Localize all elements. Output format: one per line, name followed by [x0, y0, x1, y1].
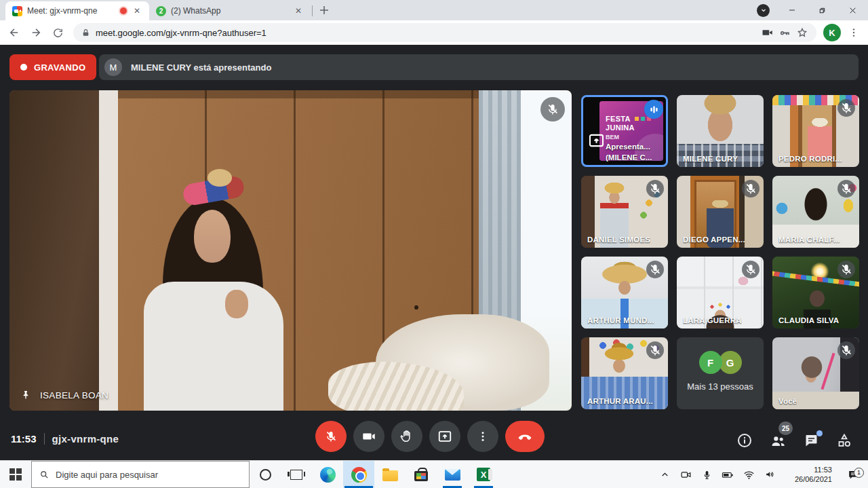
password-key-icon[interactable]: [779, 27, 791, 39]
main-video-tile[interactable]: ISABELA BOAN: [9, 90, 572, 411]
tile-more-people[interactable]: F G Mais 13 pessoas: [677, 337, 764, 409]
restore-button[interactable]: [807, 0, 837, 20]
edge-icon: [320, 467, 336, 483]
tab-recording-indicator-icon: [120, 7, 127, 14]
windows-logo-icon: [9, 468, 22, 481]
hang-up-icon: [517, 428, 533, 445]
tab-meet[interactable]: Meet: gjx-vnrm-qne ✕: [5, 1, 149, 20]
camera-toggle-button[interactable]: [353, 421, 384, 452]
tile-label: ARTHUR MUND...: [587, 316, 654, 324]
mic-toggle-button[interactable]: [315, 421, 347, 452]
taskbar-item-store[interactable]: [406, 461, 437, 488]
screen-share-icon: [589, 134, 604, 150]
tile-label: CLAUDIA SILVA: [778, 316, 839, 324]
taskbar-item-cortana[interactable]: [250, 461, 281, 488]
video-scene: [9, 90, 99, 411]
tile-participant[interactable]: ARTHUR ARAU...: [581, 337, 668, 409]
meet-favicon-icon: [12, 6, 22, 16]
kebab-menu-icon: [848, 27, 859, 38]
mail-icon: [445, 469, 460, 481]
mic-muted-icon: [837, 261, 855, 278]
hang-up-button[interactable]: [505, 421, 545, 452]
meeting-info: 11:53 gjx-vnrm-qne: [11, 433, 119, 445]
tab-close-button[interactable]: ✕: [293, 5, 304, 16]
tile-participant[interactable]: DANIEL SIMOES: [581, 176, 668, 248]
search-icon: [39, 470, 50, 480]
presenting-banner: M MILENE CURY está apresentando: [99, 54, 859, 80]
tab-whatsapp[interactable]: 2 (2) WhatsApp ✕: [149, 1, 311, 20]
browser-menu-button[interactable]: [845, 24, 863, 41]
window-controls: [757, 0, 868, 20]
more-people-label: Mais 13 pessoas: [677, 381, 764, 392]
back-arrow-icon: [8, 26, 20, 39]
camera-permission-icon[interactable]: [762, 26, 774, 39]
activities-icon: [836, 432, 852, 449]
bunting-flags-icon: [635, 117, 639, 121]
video-scene: [225, 290, 248, 318]
meeting-details-button[interactable]: [736, 432, 753, 449]
taskbar-search-input[interactable]: Digite aqui para pesquisar: [31, 461, 250, 488]
tile-participant[interactable]: LARA GUERRA: [677, 257, 764, 329]
action-center-button[interactable]: 1: [841, 468, 865, 481]
tray-expand-button[interactable]: [656, 470, 673, 480]
back-button[interactable]: [5, 24, 23, 41]
bookmark-star-icon[interactable]: [796, 26, 808, 39]
mic-muted-icon: [540, 97, 565, 121]
activities-button[interactable]: [835, 432, 853, 449]
taskbar-item-edge[interactable]: [312, 461, 343, 488]
camera-icon: [361, 429, 376, 444]
present-screen-button[interactable]: [429, 421, 460, 452]
tray-microphone-button[interactable]: [698, 470, 715, 480]
tile-self-view[interactable]: Você: [772, 337, 859, 409]
tile-participant[interactable]: CLAUDIA SILVA: [772, 257, 859, 329]
media-control-button[interactable]: [757, 4, 770, 17]
meet-now-button[interactable]: [677, 469, 694, 481]
tray-network-button[interactable]: [740, 470, 757, 480]
tile-participant[interactable]: MARIA CHALF...: [772, 176, 859, 248]
cortana-icon: [260, 469, 271, 481]
raise-hand-button[interactable]: [391, 421, 422, 452]
close-window-button[interactable]: [837, 0, 868, 20]
taskbar-item-excel[interactable]: [468, 461, 499, 488]
chat-notification-dot: [816, 430, 823, 436]
excel-icon: [477, 468, 490, 481]
mic-muted-icon: [837, 180, 855, 198]
taskbar-item-chrome[interactable]: [343, 461, 374, 488]
tile-participant[interactable]: MILENE CURY: [677, 95, 764, 167]
tile-label: Apresenta...: [606, 143, 650, 151]
minimize-button[interactable]: [776, 0, 807, 20]
microphone-icon: [702, 470, 712, 480]
system-tray: 11:53 26/06/2021 1: [656, 461, 868, 488]
tab-close-button[interactable]: ✕: [132, 5, 142, 16]
divider: [44, 433, 45, 445]
tray-volume-button[interactable]: [761, 469, 778, 480]
more-options-icon: [477, 430, 489, 443]
chevron-down-icon: [760, 6, 768, 14]
forward-button[interactable]: [27, 24, 45, 41]
profile-avatar[interactable]: K: [823, 24, 841, 41]
taskbar-item-task-view[interactable]: [281, 461, 312, 488]
tile-participant[interactable]: PEDRO RODRI...: [772, 95, 859, 167]
tile-participant[interactable]: DIEGO APPEN...: [677, 176, 764, 248]
taskbar-item-explorer[interactable]: [374, 461, 406, 488]
more-options-button[interactable]: [467, 421, 498, 452]
video-scene: [99, 90, 118, 411]
recording-dot-icon: [20, 64, 27, 71]
video-scene: [144, 282, 283, 411]
browser-toolbar: meet.google.com/gjx-vnrm-qne?authuser=1 …: [0, 20, 868, 45]
meet-now-camera-icon: [680, 469, 692, 481]
new-tab-button[interactable]: [315, 1, 333, 19]
tile-presentation[interactable]: FESTA JUNINA BEM Apresenta... (MILENE C.…: [581, 95, 668, 167]
meet-app: GRAVANDO M MILENE CURY está apresentando: [0, 45, 868, 460]
tile-label: PEDRO RODRI...: [778, 155, 842, 163]
address-bar[interactable]: meet.google.com/gjx-vnrm-qne?authuser=1: [73, 23, 816, 42]
tray-battery-button[interactable]: [719, 470, 736, 480]
tray-time: 11:53: [787, 465, 832, 474]
tile-participant[interactable]: ARTHUR MUND...: [581, 257, 668, 329]
tray-clock[interactable]: 11:53 26/06/2021: [787, 465, 832, 485]
participants-button[interactable]: 25: [769, 432, 787, 449]
start-button[interactable]: [0, 461, 31, 488]
reload-button[interactable]: [49, 24, 66, 41]
taskbar-item-mail[interactable]: [437, 461, 468, 488]
chat-button[interactable]: [802, 432, 820, 449]
